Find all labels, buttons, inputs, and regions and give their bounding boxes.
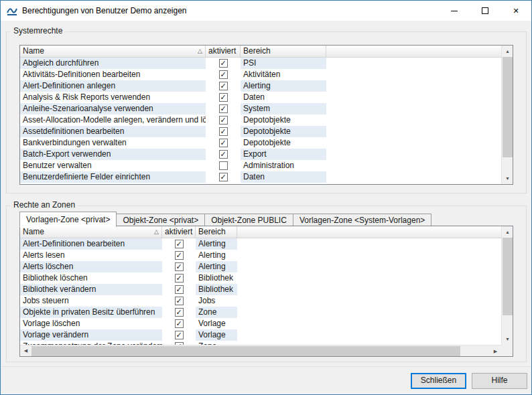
name-cell: Batch-Export verwenden xyxy=(20,149,206,160)
close-dialog-button[interactable]: Schließen xyxy=(411,373,466,389)
name-cell: Vorlage löschen xyxy=(20,318,162,329)
scroll-up-arrow[interactable]: ▲ xyxy=(502,46,513,57)
aktiviert-checkbox[interactable]: ✓ xyxy=(175,251,184,260)
bereich-cell: Daten xyxy=(241,171,326,183)
aktiviert-checkbox[interactable]: ✓ xyxy=(219,59,228,68)
table-row[interactable]: Objekte in privaten Besitz überführen✓Zo… xyxy=(20,307,501,318)
name-cell: Abgleich durchführen xyxy=(20,58,206,69)
scroll-down-arrow[interactable]: ▼ xyxy=(502,173,513,184)
table-row[interactable]: Batch-Export verwenden✓Export xyxy=(20,149,501,160)
zonen-group-label: Rechte an Zonen xyxy=(11,200,78,210)
table-row[interactable]: Bibliothek verändern✓Bibliothek xyxy=(20,284,501,295)
name-cell: Alerts lesen xyxy=(20,250,162,261)
bereich-cell: Alerting xyxy=(241,80,326,92)
bereich-cell: Alerting xyxy=(196,250,237,261)
scroll-right-arrow[interactable]: ▶ xyxy=(490,345,501,357)
tab-vorlagen-zone-privat[interactable]: Vorlagen-Zone <privat> xyxy=(19,212,117,227)
zonen-table: Name △ aktiviert Bereich Alert-Definitio… xyxy=(19,226,513,357)
aktiviert-checkbox[interactable]: ✓ xyxy=(219,70,228,79)
horizontal-scrollbar[interactable]: ◀ ▶ xyxy=(20,345,501,356)
aktiviert-checkbox[interactable]: ✓ xyxy=(219,127,228,136)
aktiviert-checkbox[interactable] xyxy=(219,161,228,170)
table-row[interactable]: Alerts lesen✓Alerting xyxy=(20,250,501,261)
aktiviert-checkbox[interactable]: ✓ xyxy=(219,82,228,90)
aktiviert-cell: ✓ xyxy=(206,92,241,103)
bereich-cell: Vorlage xyxy=(196,329,237,341)
aktiviert-checkbox[interactable]: ✓ xyxy=(175,331,184,339)
aktiviert-cell: ✓ xyxy=(162,272,196,284)
table-row[interactable]: Asset-Allocation-Modelle anlegen, veränd… xyxy=(20,114,501,126)
help-button[interactable]: Hilfe xyxy=(472,373,527,389)
name-cell: Objekte in privaten Besitz überführen xyxy=(20,307,162,318)
scroll-down-arrow[interactable]: ▼ xyxy=(502,333,513,345)
table-row[interactable]: Analysis & Risk Reports verwenden✓Daten xyxy=(20,92,501,103)
aktiviert-checkbox[interactable]: ✓ xyxy=(219,104,228,113)
table-row[interactable]: Abgleich durchführen✓PSI xyxy=(20,58,501,69)
aktiviert-checkbox[interactable]: ✓ xyxy=(219,139,228,147)
table-row[interactable]: Vorlage löschen✓Vorlage xyxy=(20,318,501,329)
table-row[interactable]: Assetdefinitionen bearbeiten✓Depotobjekt… xyxy=(20,126,501,137)
aktiviert-checkbox[interactable]: ✓ xyxy=(219,116,228,125)
aktiviert-cell: ✓ xyxy=(162,318,196,329)
bereich-cell: Jobs xyxy=(196,295,237,307)
aktiviert-checkbox[interactable]: ✓ xyxy=(175,285,184,294)
bereich-cell: Export xyxy=(241,149,326,160)
column-header-name[interactable]: Name △ xyxy=(20,226,162,238)
minimize-button[interactable] xyxy=(439,1,470,21)
aktiviert-checkbox[interactable]: ✓ xyxy=(219,173,228,181)
bereich-cell: Zone xyxy=(196,307,237,318)
table-row[interactable]: Alerts löschen✓Alerting xyxy=(20,261,501,272)
table-header: Name △ aktiviert Bereich xyxy=(20,46,501,58)
column-header-filler xyxy=(237,226,501,238)
table-row[interactable]: Benutzer verwaltenAdministration xyxy=(20,160,501,171)
column-header-bereich[interactable]: Bereich xyxy=(196,226,237,238)
table-row[interactable]: Alert-Definitionen anlegen✓Alerting xyxy=(20,80,501,92)
aktiviert-checkbox[interactable]: ✓ xyxy=(175,262,184,271)
aktiviert-checkbox[interactable]: ✓ xyxy=(175,297,184,305)
aktiviert-cell: ✓ xyxy=(206,149,241,160)
scrollbar-thumb[interactable] xyxy=(503,57,513,157)
scroll-left-arrow[interactable]: ◀ xyxy=(20,345,31,357)
vertical-scrollbar[interactable]: ▲ ▼ xyxy=(501,46,513,184)
scroll-up-arrow[interactable]: ▲ xyxy=(502,226,513,238)
scrollbar-thumb[interactable] xyxy=(31,346,460,356)
scrollbar-thumb[interactable] xyxy=(503,238,513,315)
column-header-bereich[interactable]: Bereich xyxy=(241,46,326,58)
aktiviert-cell: ✓ xyxy=(162,329,196,341)
column-header-name[interactable]: Name △ xyxy=(20,46,206,58)
tab-objekt-zone-privat[interactable]: Objekt-Zone <privat> xyxy=(116,214,205,226)
table-row[interactable]: Benutzerdefinierte Felder einrichten✓Dat… xyxy=(20,171,501,183)
bereich-cell: Depotobjekte xyxy=(241,126,326,137)
close-button[interactable]: ✕ xyxy=(501,1,531,21)
aktiviert-checkbox[interactable]: ✓ xyxy=(219,93,228,102)
column-header-label: Name xyxy=(23,46,44,56)
scrollbar-corner xyxy=(501,345,513,356)
aktiviert-cell: ✓ xyxy=(162,261,196,272)
table-row[interactable]: Bibliothek löschen✓Bibliothek xyxy=(20,272,501,284)
table-row[interactable]: Aktivitäts-Definitionen bearbeiten✓Aktiv… xyxy=(20,69,501,80)
aktiviert-cell: ✓ xyxy=(206,69,241,80)
bereich-cell: PSI xyxy=(241,58,326,69)
aktiviert-checkbox[interactable]: ✓ xyxy=(175,274,184,283)
table-row[interactable]: Vorlage verändern✓Vorlage xyxy=(20,329,501,341)
aktiviert-cell: ✓ xyxy=(162,238,196,250)
aktiviert-checkbox[interactable]: ✓ xyxy=(219,150,228,159)
maximize-icon xyxy=(482,7,488,14)
column-header-aktiviert[interactable]: aktiviert xyxy=(206,46,241,58)
name-cell: Jobs steuern xyxy=(20,295,162,307)
aktiviert-checkbox[interactable]: ✓ xyxy=(175,240,184,248)
table-row[interactable]: Jobs steuern✓Jobs xyxy=(20,295,501,307)
maximize-button[interactable] xyxy=(470,1,501,21)
table-row[interactable]: Anleihe-Szenarioanalyse verwenden✓System xyxy=(20,103,501,114)
tab-vorlagen-zone-system-vorlagen[interactable]: Vorlagen-Zone <System-Vorlagen> xyxy=(293,214,431,226)
aktiviert-checkbox[interactable]: ✓ xyxy=(175,319,184,328)
aktiviert-checkbox[interactable]: ✓ xyxy=(175,308,184,317)
tab-objekt-zone-public[interactable]: Objekt-Zone PUBLIC xyxy=(204,214,293,226)
table-row[interactable]: Alert-Definitionen bearbeiten✓Alerting xyxy=(20,238,501,250)
table-row[interactable]: Bankverbindungen verwalten✓Depotobjekte xyxy=(20,137,501,149)
close-icon: ✕ xyxy=(513,7,519,15)
column-header-aktiviert[interactable]: aktiviert xyxy=(162,226,196,238)
name-cell: Benutzer verwalten xyxy=(20,160,206,171)
vertical-scrollbar[interactable]: ▲ ▼ xyxy=(501,226,513,345)
bereich-cell: Administration xyxy=(241,160,326,171)
